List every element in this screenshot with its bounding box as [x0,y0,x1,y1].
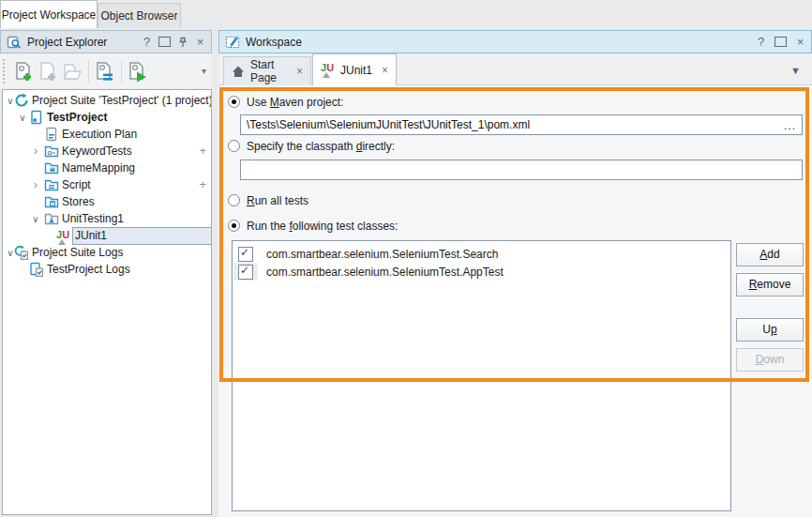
list-item[interactable]: com.smartbear.selenium.SeleniumTest.AppT… [233,263,731,281]
script-icon [44,177,59,192]
junit-icon: JU [321,63,335,77]
tree-item-script[interactable]: › Script + [3,176,211,193]
tab-start-page-label: Start Page [250,58,287,84]
tree-item-keywordtests[interactable]: › KeywordTests + [3,143,211,160]
close-tab-icon[interactable]: × [296,65,303,78]
help-icon[interactable]: ? [142,36,152,48]
project-explorer-tree: ∨ Project Suite 'TestProject' (1 project… [2,89,212,515]
workspace-icon [225,35,240,50]
expander-icon[interactable]: › [30,146,41,156]
tree-item-testproject-logs[interactable]: TestProject Logs [3,261,211,278]
run-all-tests-label: Run all tests [247,194,308,207]
up-button[interactable]: Up [736,318,804,342]
project-icon [29,110,44,125]
test-class-name: com.smartbear.selenium.SeleniumTest.Sear… [266,248,498,261]
use-maven-radio[interactable] [228,96,240,108]
help-icon[interactable]: ? [756,36,766,48]
run-all-tests-radio[interactable] [228,194,240,206]
add-button[interactable]: Add [736,243,804,266]
project-explorer-header: Project Explorer ? × [0,30,212,53]
maximize-icon[interactable] [774,37,787,47]
test-classes-list[interactable]: com.smartbear.selenium.SeleniumTest.Sear… [232,240,731,511]
project-explorer-toolbar: ▾ [0,53,212,88]
down-button[interactable]: Down [736,348,804,372]
tree-item-project-suite-logs[interactable]: ∨ Project Suite Logs [3,244,211,261]
use-maven-label: Use Maven project: [247,96,343,109]
maven-path-input[interactable]: \Tests\Selenium\SeleniumJUnitTest\JUnitT… [240,114,803,135]
project-logs-icon [29,262,44,277]
add-project-button[interactable] [11,59,36,84]
project-explorer-title: Project Explorer [27,36,107,49]
app-window: Project Workspace Object Browser Project… [0,0,812,517]
expander-icon[interactable]: ∨ [30,214,41,224]
tree-item-testproject[interactable]: ∨ TestProject [3,109,211,126]
open-item-button[interactable] [60,59,84,84]
maximize-icon[interactable] [158,37,171,47]
toolbar-separator [88,60,89,83]
close-icon[interactable]: × [795,36,805,48]
toolbar-grip[interactable] [3,59,8,84]
expander-icon[interactable]: ∨ [17,113,28,123]
toolbar-overflow-icon[interactable]: ▾ [202,66,206,76]
tree-item-stores[interactable]: Stores [3,193,211,210]
workspace-header: Workspace ? × [218,30,812,53]
test-class-checkbox[interactable] [238,265,253,280]
unit-testing-icon [44,211,59,226]
tree-item-project-suite[interactable]: ∨ Project Suite 'TestProject' (1 project… [3,92,211,109]
remove-button[interactable]: Remove [736,273,804,297]
stores-icon [44,194,59,209]
toolbar-separator [121,60,122,83]
suite-logs-icon [14,245,29,260]
pin-icon[interactable] [177,37,188,48]
list-item[interactable]: com.smartbear.selenium.SeleniumTest.Sear… [233,245,731,263]
run-project-button[interactable] [126,59,150,84]
maven-path-value: \Tests\Selenium\SeleniumJUnitTest\JUnitT… [247,118,530,131]
tree-item-unittesting1[interactable]: ∨ UnitTesting1 [3,210,211,227]
add-child-button[interactable]: + [199,179,206,190]
project-explorer-icon [7,35,22,50]
tab-object-browser[interactable]: Object Browser [98,3,181,28]
keyword-tests-icon [44,144,59,159]
run-following-label: Run the following test classes: [247,220,398,233]
tab-project-workspace-label: Project Workspace [2,8,96,22]
run-following-radio[interactable] [228,220,240,232]
tree-item-execution-plan[interactable]: Execution Plan [3,126,211,143]
organize-execution-plan-button[interactable] [93,59,117,84]
home-icon [232,65,245,78]
project-suite-icon [14,93,29,108]
add-child-button[interactable]: + [199,145,206,157]
execution-plan-icon [44,127,59,142]
tab-junit1[interactable]: JU JUnit1 × [312,53,397,85]
classpath-input[interactable] [240,160,803,180]
close-icon[interactable]: × [195,36,205,48]
tab-list-dropdown-icon[interactable]: ▼ [790,65,801,76]
test-class-name: com.smartbear.selenium.SeleniumTest.AppT… [266,266,504,279]
workspace-title: Workspace [246,36,302,49]
tree-item-junit1[interactable]: JU JUnit1 [3,227,211,244]
classpath-radio[interactable] [228,140,240,152]
classpath-label: Specify the classpath directly: [247,140,395,153]
tab-start-page[interactable]: Start Page × [223,56,311,85]
tab-project-workspace[interactable]: Project Workspace [0,0,98,28]
tab-object-browser-label: Object Browser [100,9,177,23]
name-mapping-icon [44,160,59,175]
test-class-checkbox[interactable] [238,247,253,262]
browse-button[interactable]: ... [784,116,796,135]
tab-junit1-label: JUnit1 [340,64,372,77]
close-tab-icon[interactable]: × [382,64,388,77]
junit-icon: JU [56,230,72,244]
expander-icon[interactable]: › [30,180,41,190]
add-item-button[interactable] [36,59,60,84]
tree-item-namemapping[interactable]: NameMapping [3,160,211,176]
